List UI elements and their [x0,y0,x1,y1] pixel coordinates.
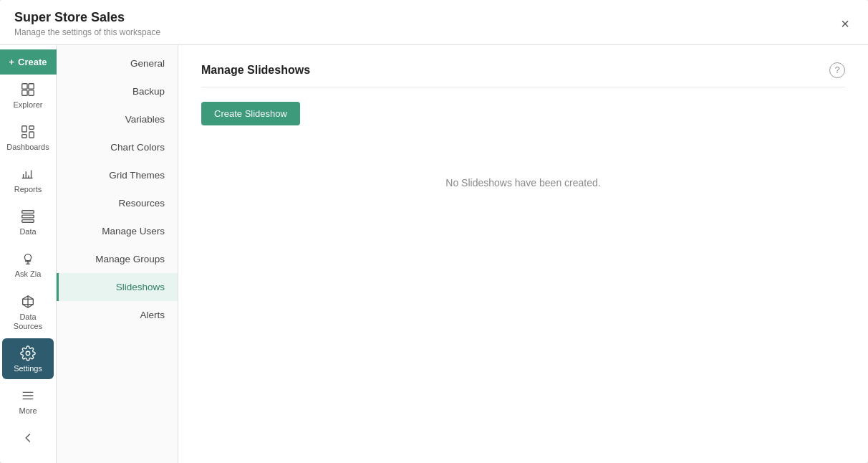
settings-nav-grid-themes[interactable]: Grid Themes [57,161,178,189]
sidebar-item-collapse[interactable] [2,423,54,454]
svg-rect-5 [29,126,34,130]
settings-nav-manage-users[interactable]: Manage Users [57,217,178,245]
section-title: Manage Slideshows [201,64,310,77]
sidebar-item-label-dashboards: Dashboards [6,143,49,152]
settings-icon [20,345,36,361]
more-icon [20,388,36,404]
collapse-icon [20,430,36,446]
sidebar-item-settings[interactable]: Settings [2,338,54,379]
section-header: Manage Slideshows ? [201,62,845,87]
empty-message: No Slideshows have been created. [201,177,845,188]
svg-rect-2 [22,90,27,95]
svg-rect-4 [22,126,26,132]
sidebar-item-explorer[interactable]: Explorer [2,75,54,115]
workspace-title: Super Store Sales [14,10,160,26]
close-button[interactable]: × [836,14,854,34]
svg-rect-0 [22,83,27,88]
modal-body: + Create Explorer [0,45,868,463]
explorer-icon [20,82,36,97]
settings-nav-slideshows[interactable]: Slideshows [57,273,178,301]
workspace-subtitle: Manage the settings of this workspace [14,27,160,37]
sidebar-item-label-ask-zia: Ask Zia [15,269,42,279]
settings-nav-resources[interactable]: Resources [57,189,178,217]
create-label: Create [18,57,47,67]
sidebar-item-dashboards[interactable]: Dashboards [2,117,54,158]
settings-nav-general[interactable]: General [57,49,178,77]
settings-nav-variables[interactable]: Variables [57,105,178,133]
create-slideshow-button[interactable]: Create Slideshow [201,102,300,125]
svg-rect-1 [29,83,34,88]
svg-rect-3 [29,90,34,95]
data-sources-icon [20,294,36,310]
sidebar-item-data[interactable]: Data [2,201,54,242]
sidebar-item-data-sources[interactable]: Data Sources [2,287,54,337]
reports-icon [20,166,36,182]
settings-nav-backup[interactable]: Backup [57,77,178,105]
svg-rect-15 [22,220,34,223]
create-plus-icon: + [9,57,14,67]
nav-bottom: More [0,381,56,463]
settings-nav-alerts[interactable]: Alerts [57,301,178,329]
sidebar-item-label-data: Data [19,227,36,237]
svg-point-22 [26,351,30,355]
svg-point-16 [24,254,31,261]
sidebar-item-label-more: More [19,406,37,416]
sidebar-item-label-settings: Settings [14,364,42,373]
sidebar-item-more[interactable]: More [2,381,54,421]
create-button[interactable]: + Create [0,49,57,75]
ask-zia-icon [20,251,36,267]
main-content: Manage Slideshows ? Create Slideshow No … [178,45,868,463]
svg-rect-14 [22,215,34,218]
settings-nav-chart-colors[interactable]: Chart Colors [57,133,178,161]
sidebar-item-reports[interactable]: Reports [2,159,54,200]
sidebar-item-label-data-sources: Data Sources [5,312,51,331]
svg-rect-6 [29,132,34,138]
svg-rect-13 [22,211,34,214]
icon-nav: + Create Explorer [0,45,57,463]
sidebar-item-label-reports: Reports [14,185,42,194]
help-icon[interactable]: ? [829,62,845,78]
data-icon [20,209,36,224]
svg-rect-7 [22,134,26,138]
header-title-group: Super Store Sales Manage the settings of… [14,10,160,37]
modal-window: Super Store Sales Manage the settings of… [0,0,868,463]
modal-header: Super Store Sales Manage the settings of… [0,0,868,45]
settings-nav-manage-groups[interactable]: Manage Groups [57,245,178,273]
settings-nav: General Backup Variables Chart Colors Gr… [57,45,178,463]
dashboards-icon [20,124,36,140]
sidebar-item-ask-zia[interactable]: Ask Zia [2,244,54,285]
sidebar-item-label-explorer: Explorer [14,100,43,110]
